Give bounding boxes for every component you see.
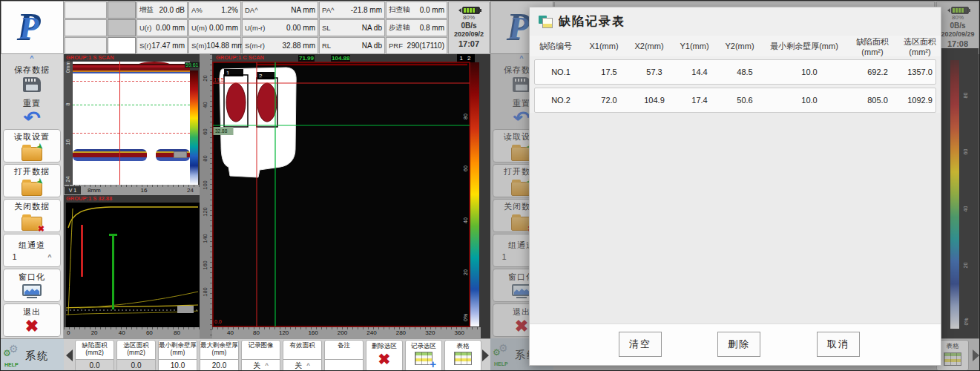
toolbar-cell-value-text: 10.0 [171, 361, 185, 370]
folder-import-icon [22, 182, 42, 196]
toolbar-scroll-left-icon[interactable] [66, 349, 73, 361]
column-header: X1(mm) [582, 42, 626, 50]
defect-cell: 72.0 [587, 96, 631, 105]
sscan-plot[interactable] [73, 62, 190, 185]
sidebar-item-2[interactable]: 重置 [3, 96, 61, 128]
sidebar-item-7[interactable]: 窗口化 [3, 269, 61, 302]
param-label: A% [191, 6, 203, 14]
sidebar-item-6[interactable]: 组通道1^ [3, 234, 61, 267]
defect-cell: 104.9 [631, 96, 677, 105]
sidebar-collapse-caret[interactable]: ^ [3, 55, 61, 62]
toolbar-cell-value: 0.0 [76, 359, 114, 371]
gate-line-red [73, 81, 190, 82]
sidebar: ^ 保存数据重置读取设置打开数据关闭数据组通道1^窗口化退出 [1, 54, 64, 338]
axis-tick: 80 [253, 329, 260, 336]
status-cell: 80% 0B/s 2020/09/2 17:07 [448, 1, 490, 54]
axis-tick: 8mm [88, 187, 101, 194]
sidebar-item-3[interactable]: 读取设置 [3, 129, 61, 162]
sidebar-item-label: 保存数据 [14, 65, 50, 76]
toolbar-scroll-right-icon[interactable] [482, 349, 489, 361]
toolbar-cell-value[interactable]: 关^ [283, 359, 321, 371]
sidebar-item-8[interactable]: 退出 [3, 303, 61, 337]
toolbar-cell-value-text: 关 [295, 361, 302, 371]
toolbar-cell-5[interactable]: 记录图像关^ [241, 340, 280, 371]
param-column: 扫查轴0.0 mm步进轴0.8 mmPRF290(17110) [385, 1, 447, 54]
gate-line-green [73, 105, 190, 105]
defect-row-1[interactable]: NO.117.557.314.448.510.0692.21357.0 [534, 59, 936, 85]
param-label: S(m-r) [245, 42, 265, 50]
toolbar-cell-value[interactable]: 20.0 [200, 359, 238, 371]
sscan-depth-axis: 0mm81624 [64, 62, 73, 185]
dialog-titlebar: 缺陷记录表 [530, 7, 941, 36]
toolbar-cell-value[interactable]: 10.0 [159, 359, 197, 371]
toolbar-cell-4[interactable]: 最大剩余壁厚(mm)20.0 [200, 340, 239, 371]
param-value: 104.88 mm [207, 42, 244, 50]
toolbar-cell-6[interactable]: 有效面积关^ [283, 340, 322, 371]
amplitude-colorbar [190, 70, 198, 185]
sidebar-item-4[interactable]: 打开数据 [3, 164, 61, 197]
param-label: PA^ [322, 6, 334, 14]
defect-table-empty-area [530, 113, 941, 324]
toolbar-cell-header: 最大剩余壁厚(mm) [200, 341, 238, 359]
instrument-screen-left: P P 增益20.0 dBU(r)0.00 mmS(r)17.47 mmA%1.… [1, 1, 490, 371]
folder-close-icon [22, 217, 42, 231]
record-selection-button[interactable]: 记录选区 [405, 340, 442, 371]
column-header: Y2(mm) [717, 42, 763, 50]
axis-tick: 0 [67, 329, 70, 336]
param-column: PA^-21.8 mmSLNA dbRLNA db [318, 1, 385, 54]
help-icon[interactable]: ⚙⚙ HELP [3, 345, 22, 367]
axis-tick: 16 [65, 139, 70, 145]
param-value: 0.00 mm [209, 24, 238, 32]
scan-cursor[interactable] [119, 62, 120, 185]
toolbar-cell-7[interactable]: 备注 [324, 340, 364, 371]
colorbar-tick: 20 [463, 269, 468, 275]
defect-cell: 17.5 [587, 68, 631, 76]
param-cell: 步进轴0.8 mm [386, 19, 447, 36]
axis-tick: 60 [202, 128, 208, 134]
sidebar-item-1[interactable]: 保存数据 [3, 62, 61, 94]
notes-icon [539, 16, 553, 28]
system-menu-button[interactable]: ⚙⚙ HELP 系统 [1, 339, 64, 371]
channel-number: 1 [12, 252, 16, 261]
table-button[interactable]: 表格 [444, 340, 481, 371]
cscan-plot[interactable]: 1 2 17.5 32.88 0.0 806040200% [212, 62, 481, 327]
gate-chip [174, 151, 187, 158]
monitor-chart-icon [22, 284, 42, 299]
toolbar-cell-value[interactable]: 关^ [242, 359, 280, 371]
toolbar-cell-value-text: 0.0 [131, 361, 142, 370]
toolbar-cell-value-text: 20.0 [212, 361, 226, 370]
chevron-up-icon: ^ [306, 362, 310, 369]
defect-row-2[interactable]: NO.272.0104.917.450.610.0805.01092.9 [534, 88, 936, 113]
clear-button[interactable]: 清空 [619, 332, 662, 357]
battery-icon [458, 7, 480, 14]
toolbar-cells: 缺陷面积(mm2)0.0选区面积(mm2)0.0最小剩余壁厚(mm)10.0最大… [75, 340, 481, 371]
param-cell: PRF290(17110) [386, 37, 447, 54]
exit-icon [25, 319, 39, 334]
sscan-x-axis: V 1 8mm1624 [64, 185, 200, 195]
toolbar-cell-value: 0.0 [117, 359, 155, 371]
param-label: 步进轴 [389, 23, 410, 33]
param-value: -21.8 mm [351, 6, 382, 14]
ascan-plot[interactable] [66, 203, 200, 327]
toolbar-cell-3[interactable]: 最小剩余壁厚(mm)10.0 [158, 340, 197, 371]
remark-input[interactable] [325, 359, 363, 371]
toolbar-cell-value-text: 关 [253, 361, 260, 371]
group-channel-value[interactable]: 1^ [12, 252, 51, 261]
toolbar-cell-2: 选区面积(mm2)0.0 [116, 340, 156, 371]
param-label: U(r) [139, 24, 151, 32]
cancel-button[interactable]: 取消 [817, 332, 860, 357]
delete-selection-button[interactable]: 删除选区 [366, 340, 403, 371]
delete-button[interactable]: 删除 [717, 332, 760, 357]
param-value-box[interactable] [108, 1, 136, 19]
param-column: A%1.2%U(m)0.00 mmS(m)104.88 mm [188, 1, 241, 54]
sidebar-item-5[interactable]: 关闭数据 [3, 199, 61, 232]
defect-cell: 10.0 [768, 96, 851, 105]
defect-cell: 692.2 [851, 68, 904, 76]
scan-display-area: GROUP:1 S SCAN 0mm81624 59.61 V 1 8mm162… [64, 54, 490, 338]
param-label: 增益 [139, 5, 154, 15]
colorbar-tick: 40 [463, 217, 468, 223]
table-icon [454, 352, 472, 365]
param-value-box[interactable] [108, 19, 136, 36]
defect-record-dialog: 缺陷记录表 缺陷编号X1(mm)X2(mm)Y1(mm)Y2(mm)最小剩余壁厚… [529, 7, 941, 366]
param-value-box[interactable] [108, 37, 136, 54]
